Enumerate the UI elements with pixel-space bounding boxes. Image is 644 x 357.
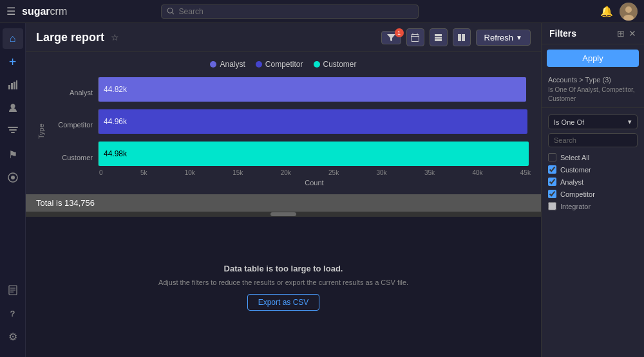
filter-item-competitor[interactable]: Competitor xyxy=(548,188,638,200)
filter-label-integrator: Integrator xyxy=(560,203,591,210)
sidebar-item-circle[interactable] xyxy=(3,167,23,188)
global-search-bar[interactable] xyxy=(161,5,419,19)
bar-track-customer: 44.98k xyxy=(98,142,531,166)
total-bar: Total is 134,756 xyxy=(26,194,541,212)
svg-point-0 xyxy=(167,8,173,13)
filter-section-accounts: Accounts > Type (3) Is One Of Analyst, C… xyxy=(542,72,644,108)
filter-checkbox-analyst[interactable] xyxy=(548,178,556,186)
svg-point-9 xyxy=(10,104,15,109)
legend-analyst: Analyst xyxy=(210,60,245,69)
x-axis-label: Count xyxy=(98,179,531,187)
favorite-star-icon[interactable]: ☆ xyxy=(111,32,119,42)
svg-rect-10 xyxy=(8,127,18,128)
svg-line-1 xyxy=(172,12,174,14)
export-csv-button[interactable]: Export as CSV xyxy=(247,294,320,311)
bar-track-analyst: 44.82k xyxy=(98,77,531,102)
filter-item-customer[interactable]: Customer xyxy=(548,163,638,176)
filter-item-analyst[interactable]: Analyst xyxy=(548,176,638,188)
filter-checkbox-customer[interactable] xyxy=(548,165,556,174)
sidebar-item-flag[interactable]: ⚑ xyxy=(3,144,23,165)
data-too-large-message: Data table is too large to load. xyxy=(224,264,343,273)
multi-col-icon-btn[interactable] xyxy=(453,28,471,46)
content-area: Large report ☆ 1 Refresh ▼ xyxy=(26,23,541,357)
filter-close-icon[interactable]: ✕ xyxy=(629,28,636,39)
sidebar-item-docs[interactable] xyxy=(3,280,23,300)
search-icon xyxy=(167,7,175,15)
bar-row-analyst: 44.82k xyxy=(98,77,531,102)
filter-expand-icon[interactable]: ⊞ xyxy=(617,28,625,39)
nav-icons: 🔔 xyxy=(600,3,638,21)
select-all-checkbox[interactable] xyxy=(548,153,556,161)
bar-value-analyst: 44.82k xyxy=(104,85,127,94)
scroll-thumb[interactable] xyxy=(270,212,296,216)
bar-value-customer: 44.98k xyxy=(104,149,127,158)
calendar-icon xyxy=(411,33,419,42)
chart-container: Type Analyst Competitor Customer 44.82k xyxy=(36,77,531,187)
filter-button[interactable]: 1 xyxy=(381,31,401,44)
data-sub-message: Adjust the filters to reduce the results… xyxy=(158,279,408,286)
search-input[interactable] xyxy=(179,7,413,16)
svg-rect-5 xyxy=(8,85,10,89)
refresh-button[interactable]: Refresh ▼ xyxy=(476,30,531,46)
svg-point-14 xyxy=(11,176,15,179)
legend-competitor-dot xyxy=(256,61,262,68)
scroll-indicator[interactable] xyxy=(26,212,541,217)
bar-track-competitor: 44.96k xyxy=(98,109,531,134)
filter-label-analyst: Analyst xyxy=(560,178,583,186)
filter-label-customer: Customer xyxy=(560,166,591,174)
svg-rect-8 xyxy=(16,80,17,89)
apply-button[interactable]: Apply xyxy=(547,50,639,67)
single-col-icon xyxy=(434,33,442,42)
chevron-down-icon: ▾ xyxy=(628,118,632,126)
chevron-down-icon: ▼ xyxy=(516,34,522,41)
filters-header: Filters ⊞ ✕ xyxy=(542,23,644,44)
filter-dropdown-value: Is One Of xyxy=(554,118,584,126)
header-actions: 1 Refresh ▼ xyxy=(381,28,531,46)
legend-competitor: Competitor xyxy=(256,60,303,69)
hamburger-icon[interactable]: ☰ xyxy=(6,5,15,17)
top-nav: ☰ sugarcrm 🔔 xyxy=(0,0,644,23)
svg-rect-19 xyxy=(412,34,419,41)
sidebar-item-home[interactable]: ⌂ xyxy=(3,28,23,49)
bar-fill-competitor: 44.96k xyxy=(99,109,527,134)
sidebar-item-settings[interactable]: ⚙ xyxy=(3,326,23,347)
filter-search-input[interactable] xyxy=(548,133,638,147)
legend-analyst-dot xyxy=(210,61,216,68)
svg-rect-11 xyxy=(9,129,17,131)
bar-fill-customer: 44.98k xyxy=(99,142,529,166)
page-title: Large report xyxy=(36,31,104,44)
bar-value-competitor: 44.96k xyxy=(104,117,127,126)
filter-item-integrator[interactable]: Integrator xyxy=(548,200,638,212)
filter-label-competitor: Competitor xyxy=(560,190,595,198)
content-header: Large report ☆ 1 Refresh ▼ xyxy=(26,23,541,52)
chart-bars: 44.82k 44.96k xyxy=(98,77,531,167)
svg-rect-25 xyxy=(435,39,442,41)
avatar[interactable] xyxy=(620,3,638,21)
filter-checkbox-competitor[interactable] xyxy=(548,190,556,198)
legend-customer-label: Customer xyxy=(323,60,357,69)
y-label-customer: Customer xyxy=(54,154,93,161)
svg-rect-26 xyxy=(458,34,461,41)
filter-section-desc: Is One Of Analyst, Competitor, Customer xyxy=(548,86,638,104)
sidebar-item-add[interactable]: + xyxy=(3,51,23,72)
sidebar-bottom: ? ⚙ xyxy=(3,280,23,352)
filter-checkbox-integrator[interactable] xyxy=(548,202,556,210)
sidebar-item-help[interactable]: ? xyxy=(3,303,23,324)
calendar-icon-btn[interactable] xyxy=(406,28,424,46)
filter-type-dropdown[interactable]: Is One Of ▾ xyxy=(548,114,638,129)
filter-section-title: Accounts > Type (3) xyxy=(548,76,638,84)
bell-icon[interactable]: 🔔 xyxy=(600,5,613,17)
y-label-competitor: Competitor xyxy=(54,121,93,129)
sidebar-item-users[interactable] xyxy=(3,98,23,118)
filter-list: Is One Of ▾ Select All Customer Analyst … xyxy=(542,108,644,215)
sidebar-item-reports[interactable] xyxy=(3,75,23,95)
select-all-checkbox-item[interactable]: Select All xyxy=(548,151,638,163)
svg-rect-7 xyxy=(14,82,15,89)
sidebar-item-filters[interactable] xyxy=(3,121,23,142)
single-col-icon-btn[interactable] xyxy=(430,28,448,46)
svg-rect-27 xyxy=(462,34,465,41)
svg-rect-12 xyxy=(11,132,15,133)
sidebar: ⌂ + ⚑ ? ⚙ xyxy=(0,23,26,357)
chart-main: 44.82k 44.96k xyxy=(98,77,531,187)
legend-customer-dot xyxy=(314,61,320,68)
